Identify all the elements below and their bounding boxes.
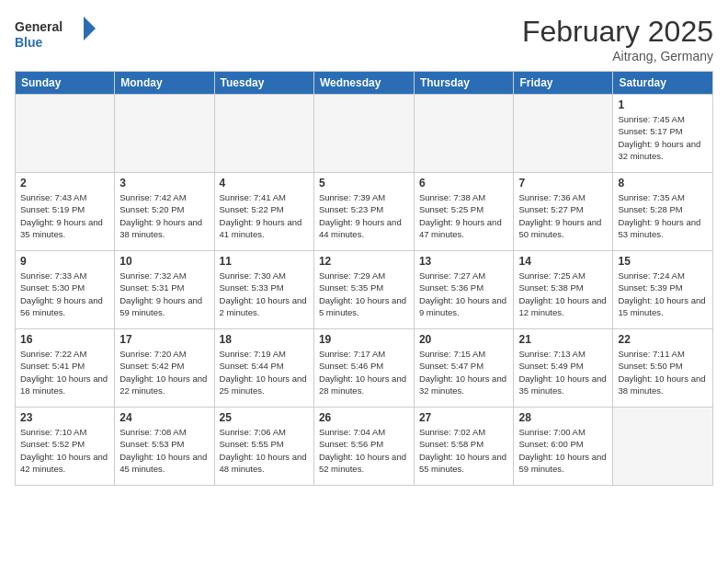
weekday-header-wednesday: Wednesday (313, 72, 414, 95)
day-cell: 23Sunrise: 7:10 AM Sunset: 5:52 PM Dayli… (16, 408, 115, 486)
weekday-header-row: SundayMondayTuesdayWednesdayThursdayFrid… (16, 72, 713, 95)
day-number: 14 (518, 255, 608, 268)
day-info: Sunrise: 7:36 AM Sunset: 5:27 PM Dayligh… (518, 191, 608, 240)
day-cell (514, 95, 613, 173)
day-cell: 3Sunrise: 7:42 AM Sunset: 5:20 PM Daylig… (115, 173, 214, 251)
weekday-header-tuesday: Tuesday (214, 72, 313, 95)
calendar: SundayMondayTuesdayWednesdayThursdayFrid… (15, 71, 713, 486)
day-cell (613, 408, 713, 486)
day-info: Sunrise: 7:00 AM Sunset: 6:00 PM Dayligh… (518, 426, 608, 475)
day-number: 13 (419, 255, 509, 268)
day-cell: 16Sunrise: 7:22 AM Sunset: 5:41 PM Dayli… (16, 329, 115, 408)
day-info: Sunrise: 7:20 AM Sunset: 5:42 PM Dayligh… (119, 348, 209, 396)
day-number: 19 (319, 333, 409, 346)
day-info: Sunrise: 7:32 AM Sunset: 5:31 PM Dayligh… (119, 270, 209, 318)
day-number: 1 (618, 98, 708, 111)
day-cell: 8Sunrise: 7:35 AM Sunset: 5:28 PM Daylig… (613, 173, 713, 251)
day-cell: 11Sunrise: 7:30 AM Sunset: 5:33 PM Dayli… (214, 251, 313, 329)
day-number: 7 (518, 177, 608, 190)
day-cell (16, 95, 115, 173)
day-cell: 28Sunrise: 7:00 AM Sunset: 6:00 PM Dayli… (514, 408, 613, 486)
day-info: Sunrise: 7:27 AM Sunset: 5:36 PM Dayligh… (419, 270, 509, 318)
day-number: 26 (319, 411, 409, 424)
logo: General Blue (15, 15, 97, 52)
day-info: Sunrise: 7:10 AM Sunset: 5:52 PM Dayligh… (20, 426, 109, 475)
svg-text:Blue: Blue (15, 35, 43, 50)
day-cell (115, 95, 214, 173)
week-row-4: 16Sunrise: 7:22 AM Sunset: 5:41 PM Dayli… (16, 329, 713, 408)
day-cell: 13Sunrise: 7:27 AM Sunset: 5:36 PM Dayli… (414, 251, 514, 329)
day-number: 15 (618, 255, 708, 268)
day-cell: 6Sunrise: 7:38 AM Sunset: 5:25 PM Daylig… (414, 173, 514, 251)
week-row-5: 23Sunrise: 7:10 AM Sunset: 5:52 PM Dayli… (16, 408, 713, 486)
day-info: Sunrise: 7:41 AM Sunset: 5:22 PM Dayligh… (220, 191, 309, 240)
day-number: 27 (419, 411, 509, 424)
weekday-header-friday: Friday (514, 72, 613, 95)
svg-text:General: General (15, 19, 63, 34)
logo-svg: General Blue (15, 15, 97, 52)
day-info: Sunrise: 7:06 AM Sunset: 5:55 PM Dayligh… (220, 426, 309, 475)
day-number: 5 (319, 177, 409, 190)
day-cell: 2Sunrise: 7:43 AM Sunset: 5:19 PM Daylig… (16, 173, 115, 251)
day-info: Sunrise: 7:29 AM Sunset: 5:35 PM Dayligh… (319, 270, 409, 318)
day-cell: 5Sunrise: 7:39 AM Sunset: 5:23 PM Daylig… (313, 173, 414, 251)
day-cell: 1Sunrise: 7:45 AM Sunset: 5:17 PM Daylig… (613, 95, 713, 173)
day-cell: 25Sunrise: 7:06 AM Sunset: 5:55 PM Dayli… (214, 408, 313, 486)
day-info: Sunrise: 7:43 AM Sunset: 5:19 PM Dayligh… (20, 191, 109, 240)
day-number: 16 (20, 333, 109, 346)
day-number: 18 (220, 333, 309, 346)
day-cell: 18Sunrise: 7:19 AM Sunset: 5:44 PM Dayli… (214, 329, 313, 408)
day-number: 4 (220, 177, 309, 190)
weekday-header-sunday: Sunday (16, 72, 115, 95)
day-number: 23 (20, 411, 109, 424)
day-info: Sunrise: 7:45 AM Sunset: 5:17 PM Dayligh… (618, 113, 708, 162)
day-number: 6 (419, 177, 509, 190)
day-info: Sunrise: 7:11 AM Sunset: 5:50 PM Dayligh… (618, 348, 708, 396)
day-info: Sunrise: 7:24 AM Sunset: 5:39 PM Dayligh… (618, 270, 708, 318)
day-number: 8 (618, 177, 708, 190)
day-number: 12 (319, 255, 409, 268)
day-cell (414, 95, 514, 173)
day-number: 2 (20, 177, 109, 190)
weekday-header-monday: Monday (115, 72, 214, 95)
day-info: Sunrise: 7:39 AM Sunset: 5:23 PM Dayligh… (319, 191, 409, 240)
day-number: 28 (518, 411, 608, 424)
day-info: Sunrise: 7:38 AM Sunset: 5:25 PM Dayligh… (419, 191, 509, 240)
day-cell: 20Sunrise: 7:15 AM Sunset: 5:47 PM Dayli… (414, 329, 514, 408)
day-cell: 12Sunrise: 7:29 AM Sunset: 5:35 PM Dayli… (313, 251, 414, 329)
svg-marker-2 (84, 17, 96, 40)
day-info: Sunrise: 7:17 AM Sunset: 5:46 PM Dayligh… (319, 348, 409, 396)
day-info: Sunrise: 7:08 AM Sunset: 5:53 PM Dayligh… (119, 426, 209, 475)
week-row-1: 1Sunrise: 7:45 AM Sunset: 5:17 PM Daylig… (16, 95, 713, 173)
day-cell: 4Sunrise: 7:41 AM Sunset: 5:22 PM Daylig… (214, 173, 313, 251)
day-number: 3 (119, 177, 209, 190)
day-info: Sunrise: 7:25 AM Sunset: 5:38 PM Dayligh… (518, 270, 608, 318)
day-info: Sunrise: 7:22 AM Sunset: 5:41 PM Dayligh… (20, 348, 109, 396)
day-cell: 21Sunrise: 7:13 AM Sunset: 5:49 PM Dayli… (514, 329, 613, 408)
day-number: 25 (220, 411, 309, 424)
page-header: General Blue February 2025 Aitrang, Germ… (15, 15, 713, 63)
day-number: 20 (419, 333, 509, 346)
day-info: Sunrise: 7:04 AM Sunset: 5:56 PM Dayligh… (319, 426, 409, 475)
day-info: Sunrise: 7:42 AM Sunset: 5:20 PM Dayligh… (119, 191, 209, 240)
title-block: February 2025 Aitrang, Germany (522, 15, 713, 63)
month-year: February 2025 (522, 15, 713, 49)
day-number: 24 (119, 411, 209, 424)
day-cell: 24Sunrise: 7:08 AM Sunset: 5:53 PM Dayli… (115, 408, 214, 486)
day-info: Sunrise: 7:33 AM Sunset: 5:30 PM Dayligh… (20, 270, 109, 318)
weekday-header-saturday: Saturday (613, 72, 713, 95)
week-row-2: 2Sunrise: 7:43 AM Sunset: 5:19 PM Daylig… (16, 173, 713, 251)
day-number: 22 (618, 333, 708, 346)
day-cell: 26Sunrise: 7:04 AM Sunset: 5:56 PM Dayli… (313, 408, 414, 486)
day-cell (313, 95, 414, 173)
day-cell: 9Sunrise: 7:33 AM Sunset: 5:30 PM Daylig… (16, 251, 115, 329)
day-number: 21 (518, 333, 608, 346)
day-cell: 27Sunrise: 7:02 AM Sunset: 5:58 PM Dayli… (414, 408, 514, 486)
day-cell: 17Sunrise: 7:20 AM Sunset: 5:42 PM Dayli… (115, 329, 214, 408)
day-cell: 7Sunrise: 7:36 AM Sunset: 5:27 PM Daylig… (514, 173, 613, 251)
day-info: Sunrise: 7:35 AM Sunset: 5:28 PM Dayligh… (618, 191, 708, 240)
day-info: Sunrise: 7:02 AM Sunset: 5:58 PM Dayligh… (419, 426, 509, 475)
weekday-header-thursday: Thursday (414, 72, 514, 95)
day-cell: 14Sunrise: 7:25 AM Sunset: 5:38 PM Dayli… (514, 251, 613, 329)
day-cell: 19Sunrise: 7:17 AM Sunset: 5:46 PM Dayli… (313, 329, 414, 408)
